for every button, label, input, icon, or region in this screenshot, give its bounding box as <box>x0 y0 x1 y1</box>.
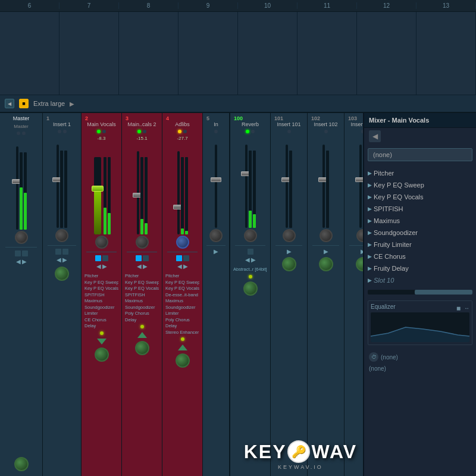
send-btn-4-1[interactable] <box>176 255 182 261</box>
effect-item-fruity-limiter[interactable]: ▶ Fruity Limiter <box>364 239 476 250</box>
arrow-left-1[interactable]: ◀ <box>57 257 61 263</box>
fader-green-handle[interactable] <box>92 186 104 192</box>
send-btn-master-1[interactable] <box>15 250 21 256</box>
fader-container-1 <box>44 136 80 228</box>
pan-knob-master[interactable] <box>15 231 28 244</box>
arrow-right-101[interactable]: ▶ <box>287 249 292 255</box>
right-panel-header: Mixer - Main Vocals <box>364 113 476 128</box>
effect-item-slot10[interactable]: ▶ Slot 10 <box>364 274 476 286</box>
arrow-right-102[interactable]: ▶ <box>324 249 328 255</box>
effect-item-fruity-delay[interactable]: ▶ Fruity Delay <box>364 262 476 274</box>
effect-item-ce-chorus[interactable]: ▶ CE Chorus <box>364 250 476 262</box>
pan-knob-3[interactable] <box>136 236 149 249</box>
effect-item-spitfish[interactable]: ▶ SPITFISH <box>364 203 476 215</box>
send-btn-100-1[interactable] <box>248 249 253 255</box>
toolbar-back-btn[interactable]: ◀ <box>5 99 14 108</box>
level-meter-1-l <box>60 151 63 228</box>
eq-display <box>371 312 469 342</box>
send-btn-2-2[interactable] <box>102 255 108 261</box>
toolbar: ◀ ■ Extra large ▶ <box>0 95 476 113</box>
arrow-right-1[interactable]: ▶ <box>62 257 67 263</box>
fader-5[interactable] <box>215 145 217 228</box>
eq-mute-icon[interactable]: ◼ <box>456 305 461 311</box>
level-meter-100-r <box>253 151 256 228</box>
send-btn-3-1[interactable] <box>136 255 142 261</box>
plugin-ce-chorus-2: CE Chorus <box>84 317 118 324</box>
arrow-right-4[interactable]: ▶ <box>183 264 188 270</box>
effect-item-keyp-sweep[interactable]: ▶ Key P EQ Sweep <box>364 179 476 191</box>
plugin-soundgood-2: Soundgoodizer <box>84 305 118 311</box>
arrow-right-3[interactable]: ▶ <box>143 264 148 270</box>
arrow-right-2[interactable]: ▶ <box>102 264 107 270</box>
routing-knob-2[interactable] <box>95 347 109 362</box>
pan-knob-101[interactable] <box>283 229 296 242</box>
fader-4[interactable] <box>177 151 180 234</box>
routing-knob-102[interactable] <box>319 257 333 271</box>
none-selector[interactable]: (none) <box>368 148 472 161</box>
effect-arrow-fruity-delay: ▶ <box>368 265 372 271</box>
arrow-right-100[interactable]: ▶ <box>251 257 256 263</box>
channel-insert102: 102 Insert 102 ▶ <box>308 113 345 476</box>
send-btn-1-2[interactable] <box>62 249 68 255</box>
eq-label: Equalizer <box>371 303 396 310</box>
effect-item-soundgoodizer[interactable]: ▶ Soundgoodizer <box>364 227 476 239</box>
routing-knob-101[interactable] <box>282 257 296 271</box>
pan-knob-102[interactable] <box>320 229 333 242</box>
effect-item-pitcher[interactable]: ▶ Pitcher <box>364 167 476 179</box>
send-btn-2-1[interactable] <box>95 255 101 261</box>
fader-3[interactable] <box>137 151 139 234</box>
arrow-left-100[interactable]: ◀ <box>245 257 250 263</box>
channel-insert103: 103 Insert 103 ▶ <box>345 113 363 476</box>
led-bottom-4 <box>181 337 184 341</box>
fader-handle-5[interactable] <box>211 177 221 182</box>
fader-handle-103[interactable] <box>355 177 363 182</box>
send-btn-1-1[interactable] <box>55 249 61 255</box>
pan-knob-1[interactable] <box>55 229 68 242</box>
effect-item-maximus[interactable]: ▶ Maximus <box>364 215 476 227</box>
back-arrow-btn[interactable]: ◀ <box>369 130 381 142</box>
routing-knob-103[interactable] <box>356 257 364 271</box>
arrow-left-3[interactable]: ◀ <box>137 264 142 270</box>
led-row-102 <box>324 130 328 133</box>
routing-knob-4[interactable] <box>176 353 190 368</box>
divider-1 <box>48 245 76 246</box>
arrow-right-5[interactable]: ▶ <box>214 249 218 255</box>
fader-master[interactable] <box>16 146 18 230</box>
arrow-right-master[interactable]: ▶ <box>22 259 27 265</box>
pan-knob-2[interactable] <box>95 236 108 249</box>
routing-knob-master[interactable] <box>14 457 29 471</box>
arrow-left-2[interactable]: ◀ <box>96 264 101 270</box>
plugin-delay-3: Delay <box>125 317 159 324</box>
clock-icon[interactable]: ⏱ <box>369 352 378 362</box>
effect-scrollbar[interactable] <box>368 290 472 295</box>
arrow-left-master[interactable]: ◀ <box>16 259 21 265</box>
pan-knob-100[interactable] <box>244 229 257 242</box>
eq-arrow-icon[interactable]: ↔ <box>464 305 469 311</box>
channel-name-100: Reverb <box>231 121 269 127</box>
send-btn-4-2[interactable] <box>183 255 189 261</box>
plugin-pitcher-2: Pitcher <box>84 273 118 280</box>
sends-100 <box>248 249 253 255</box>
fader-101[interactable] <box>286 145 288 228</box>
fader-103[interactable] <box>359 145 362 228</box>
toolbar-icon-yellow[interactable]: ■ <box>19 99 29 108</box>
send-btn-3-2[interactable] <box>143 255 149 261</box>
channel-num-102: 102 <box>309 115 320 121</box>
fader-1[interactable] <box>57 145 59 228</box>
routing-knob-3[interactable] <box>135 341 149 355</box>
channel-num-5: 5 <box>204 115 209 121</box>
pan-knob-103[interactable] <box>356 229 364 242</box>
routing-knob-100[interactable] <box>243 281 258 296</box>
channel-num-103: 103 <box>346 115 357 121</box>
pan-knob-5[interactable] <box>209 229 223 242</box>
send-btn-master-2[interactable] <box>22 250 28 256</box>
fader-100[interactable] <box>245 145 248 228</box>
effect-item-keyp-vocals[interactable]: ▶ Key P EQ Vocals <box>364 191 476 203</box>
arrow-left-4[interactable]: ◀ <box>177 264 182 270</box>
pan-knob-4[interactable] <box>176 236 189 249</box>
fader-102[interactable] <box>322 145 325 228</box>
sends-4 <box>176 255 189 261</box>
arrow-right-103[interactable]: ▶ <box>361 249 364 255</box>
arrow-row-102: ▶ <box>324 249 328 255</box>
routing-knob-1[interactable] <box>55 267 69 281</box>
